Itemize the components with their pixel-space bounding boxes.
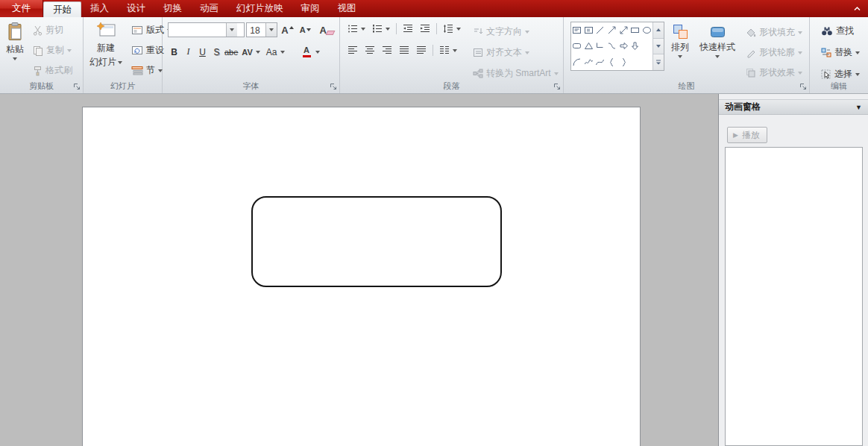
increase-indent-button[interactable] <box>418 22 433 35</box>
shape-rounded-rectangle[interactable] <box>571 38 583 54</box>
clear-formatting-button[interactable]: A <box>318 24 336 37</box>
play-button[interactable]: ▶ 播放 <box>727 127 767 143</box>
decrease-indent-button[interactable] <box>400 22 415 35</box>
tab-view[interactable]: 视图 <box>329 0 365 17</box>
find-button[interactable]: 查找 <box>817 22 867 40</box>
font-size-dropdown-icon[interactable] <box>265 23 277 37</box>
font-group: 18 A A A <box>163 17 340 93</box>
layout-label: 版式 <box>146 24 164 37</box>
tab-insert[interactable]: 插入 <box>81 0 118 17</box>
copy-button[interactable]: 复制 <box>29 42 76 59</box>
pane-menu-icon[interactable]: ▼ <box>855 104 862 111</box>
shape-arrow-line[interactable] <box>606 22 618 38</box>
font-dialog-launcher[interactable] <box>330 83 337 90</box>
numbering-dropdown-icon <box>386 28 390 31</box>
shape-down-arrow[interactable] <box>629 38 641 54</box>
align-right-icon <box>382 45 392 55</box>
new-slide-button[interactable]: 新建 幻灯片 <box>86 19 126 79</box>
shape-right-arrow[interactable] <box>617 38 629 54</box>
rounded-rectangle-shape[interactable] <box>251 196 502 287</box>
tab-review[interactable]: 审阅 <box>292 0 329 17</box>
align-text-button[interactable]: 对齐文本 <box>469 44 562 61</box>
tab-transitions[interactable]: 切换 <box>154 0 191 17</box>
shape-elbow-connector[interactable] <box>594 38 606 54</box>
shape-right-brace[interactable] <box>617 54 629 70</box>
paste-button[interactable]: 粘贴 <box>2 19 28 79</box>
underline-button[interactable]: U <box>196 45 209 59</box>
align-right-button[interactable] <box>380 44 394 57</box>
editing-group-label: 编辑 <box>810 81 868 92</box>
shape-curved-connector[interactable] <box>606 38 618 54</box>
paragraph-dialog-launcher[interactable] <box>553 83 561 90</box>
select-icon <box>821 69 831 80</box>
shape-curve[interactable] <box>594 54 606 70</box>
format-painter-label: 格式刷 <box>45 64 72 77</box>
text-shadow-button[interactable]: S <box>210 45 223 59</box>
font-name-combobox[interactable] <box>168 22 245 37</box>
cut-button[interactable]: 剪切 <box>29 22 76 39</box>
gallery-more-button[interactable] <box>653 54 664 70</box>
shape-rectangle[interactable] <box>629 22 641 38</box>
change-case-button[interactable]: Aa <box>264 45 287 59</box>
align-left-button[interactable] <box>345 44 360 57</box>
font-color-swatch <box>303 55 311 57</box>
italic-button[interactable]: I <box>182 45 195 59</box>
shape-left-brace[interactable] <box>606 54 618 70</box>
slide[interactable] <box>82 107 641 446</box>
format-painter-button[interactable]: 格式刷 <box>29 62 76 79</box>
text-direction-button[interactable]: 文字方向 <box>469 23 562 40</box>
paragraph-group-label: 段落 <box>340 81 563 92</box>
tab-home[interactable]: 开始 <box>43 1 81 17</box>
separator <box>436 23 437 34</box>
drawing-dialog-launcher[interactable] <box>799 83 807 90</box>
shrink-font-button[interactable]: A <box>298 25 313 35</box>
line-spacing-button[interactable] <box>441 22 463 35</box>
shape-oval[interactable] <box>641 22 652 38</box>
gallery-scroll-up[interactable] <box>653 22 664 39</box>
justify-button[interactable] <box>397 44 412 57</box>
tab-animations[interactable]: 动画 <box>191 0 227 17</box>
shape-fill-button[interactable]: 形状填充 <box>742 24 806 41</box>
convert-smartart-button[interactable]: 转换为 SmartArt <box>469 65 562 82</box>
shape-text-box[interactable] <box>571 22 583 38</box>
font-color-button[interactable]: A <box>299 44 322 60</box>
distribute-icon <box>416 45 427 55</box>
replace-button[interactable]: 替换 <box>817 44 867 61</box>
copy-dropdown-icon <box>67 49 72 52</box>
minimize-ribbon-icon[interactable] <box>854 6 861 11</box>
file-tab[interactable]: 文件 <box>0 0 43 17</box>
arrange-button[interactable]: 排列 <box>667 22 693 81</box>
shape-triangle[interactable] <box>583 38 595 54</box>
gallery-scroll-down[interactable] <box>653 39 664 55</box>
font-name-dropdown-icon[interactable] <box>226 23 237 37</box>
text-direction-dropdown-icon <box>525 31 529 34</box>
clipboard-dialog-launcher[interactable] <box>73 83 81 90</box>
font-size-combobox[interactable]: 18 <box>246 22 277 37</box>
numbering-button[interactable] <box>370 22 392 35</box>
strikethrough-button[interactable]: abe <box>224 45 238 59</box>
shape-fill-label: 形状填充 <box>759 26 795 39</box>
shape-effects-button[interactable]: 形状效果 <box>742 64 806 81</box>
shape-outline-button[interactable]: 形状轮廓 <box>742 44 806 61</box>
distribute-button[interactable] <box>414 44 429 57</box>
quick-styles-button[interactable]: 快速样式 <box>696 22 739 81</box>
shape-scribble[interactable] <box>583 54 595 70</box>
shape-double-arrow-line[interactable] <box>617 22 629 38</box>
columns-button[interactable] <box>437 44 459 57</box>
smartart-icon <box>473 69 483 78</box>
character-spacing-button[interactable]: AV <box>239 46 262 58</box>
shape-effects-label: 形状效果 <box>759 66 795 79</box>
align-center-button[interactable] <box>362 44 377 57</box>
grow-font-button[interactable]: A <box>279 24 295 37</box>
bold-button[interactable]: B <box>168 45 180 59</box>
tab-slideshow[interactable]: 幻灯片放映 <box>227 0 292 17</box>
shape-arc[interactable] <box>571 54 583 70</box>
select-label: 选择 <box>834 68 852 81</box>
slide-canvas[interactable] <box>0 94 718 446</box>
animation-list[interactable] <box>725 147 863 446</box>
tab-design[interactable]: 设计 <box>118 0 154 17</box>
shape-vertical-text-box[interactable] <box>583 22 595 38</box>
shape-line[interactable] <box>594 22 606 38</box>
bullets-button[interactable] <box>345 22 368 35</box>
align-text-icon <box>473 48 483 57</box>
